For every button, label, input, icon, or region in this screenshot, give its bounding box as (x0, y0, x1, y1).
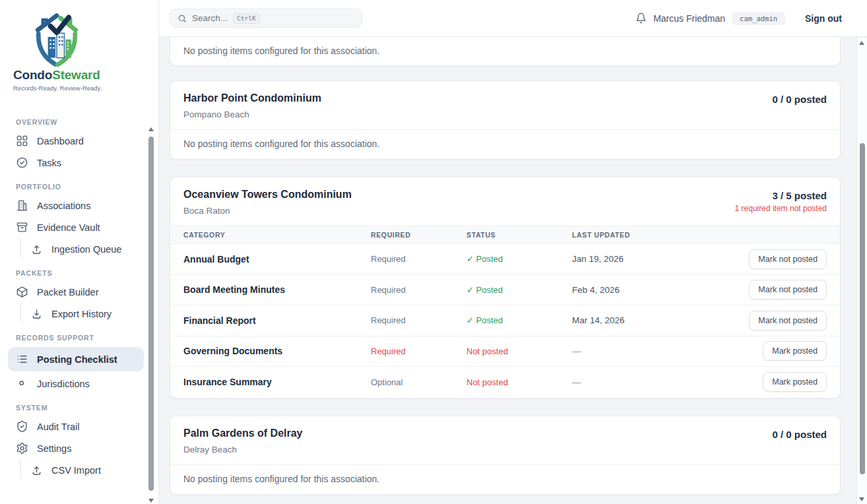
action-cell: Mark posted (730, 341, 827, 361)
brand-block: CondoSteward Records-Ready. Review-Ready… (0, 0, 158, 92)
sidebar-item-tasks[interactable]: Tasks (0, 152, 158, 173)
sidebar-item-evidence-vault[interactable]: Evidence Vault (0, 216, 158, 238)
upload-icon (30, 243, 43, 255)
app-root: CondoSteward Records-Ready. Review-Ready… (0, 0, 867, 504)
association-summary-block: 3 / 5 posted1 required item not posted (735, 187, 827, 213)
brand-tagline: Records-Ready. Review-Ready. (13, 84, 158, 92)
sidebar: CondoSteward Records-Ready. Review-Ready… (0, 0, 159, 504)
sidebar-item-label: Tasks (37, 158, 61, 168)
association-list: Harbor Point CondominiumPompano Beach0 /… (170, 80, 841, 495)
brand-name-secondary: Steward (52, 68, 100, 82)
association-city: Boca Raton (183, 205, 352, 217)
search-placeholder-text: Search... (192, 13, 228, 23)
checklist-row-board-meeting-minutes: Board Meeting MinutesRequired✓ PostedFeb… (170, 275, 840, 306)
required-flag: Optional (371, 377, 466, 387)
sidebar-scrollbar[interactable] (148, 127, 154, 503)
association-summary-block: 0 / 0 posted (772, 426, 827, 440)
checklist-row-governing-documents: Governing DocumentsRequiredNot posted—Ma… (170, 336, 840, 367)
action-cell: Mark not posted (730, 249, 827, 269)
mark-not-posted-button[interactable]: Mark not posted (749, 249, 827, 269)
main-scrollbar[interactable] (856, 38, 867, 504)
association-card-oceanview-towers-condominium: Oceanview Towers CondominiumBoca Raton3 … (170, 177, 841, 398)
partial-association-card: No posting items configured for this ass… (170, 37, 841, 66)
notifications-bell-icon[interactable] (635, 13, 647, 24)
sidebar-section-label: OVERVIEW (0, 109, 158, 130)
association-title-block: Oceanview Towers CondominiumBoca Raton (183, 187, 352, 217)
main-scrollbar-thumb[interactable] (860, 143, 865, 474)
scroll-down-arrow-icon[interactable] (859, 497, 864, 501)
shield-check-icon (16, 420, 28, 433)
mark-not-posted-button[interactable]: Mark not posted (749, 280, 827, 299)
association-name: Harbor Point Condominium (183, 91, 321, 106)
search-input[interactable]: Search... CtrlK (170, 9, 362, 28)
status-text: ✓ Posted (466, 254, 572, 264)
brand-name: CondoSteward (13, 68, 158, 82)
association-card-palm-gardens-of-delray: Palm Gardens of DelrayDelray Beach0 / 0 … (170, 416, 841, 495)
empty-message: No posting items configured for this ass… (170, 464, 840, 494)
posted-count: 3 / 5 posted (735, 190, 827, 201)
sidebar-item-dashboard[interactable]: Dashboard (0, 130, 158, 152)
sidebar-item-csv-import[interactable]: CSV Import (20, 459, 158, 481)
category-name: Financial Report (183, 315, 371, 326)
action-cell: Mark not posted (730, 280, 827, 299)
column-header: CATEGORY (183, 231, 371, 239)
scroll-up-arrow-icon[interactable] (148, 127, 154, 131)
checklist-icon (16, 353, 28, 365)
sidebar-item-export-history[interactable]: Export History (20, 303, 158, 325)
checklist-row-financial-report: Financial ReportRequired✓ PostedMar 14, … (170, 305, 840, 336)
category-name: Governing Documents (183, 346, 371, 356)
mark-not-posted-button[interactable]: Mark not posted (749, 311, 827, 331)
sidebar-item-settings[interactable]: Settings (0, 437, 158, 459)
sidebar-item-jurisdictions[interactable]: Jurisdictions (0, 373, 158, 394)
action-cell: Mark posted (730, 372, 827, 392)
upload-icon (30, 464, 43, 476)
condosteward-logo-icon (25, 9, 88, 67)
association-card-header: Harbor Point CondominiumPompano Beach0 /… (170, 81, 840, 129)
status-text: Not posted (466, 377, 572, 387)
required-flag: Required (371, 315, 466, 325)
status-text: Not posted (466, 346, 572, 356)
search-shortcut-kbd: CtrlK (233, 13, 260, 24)
association-name: Oceanview Towers Condominium (183, 187, 352, 202)
mark-posted-button[interactable]: Mark posted (763, 372, 827, 392)
association-summary-block: 0 / 0 posted (772, 91, 827, 105)
sidebar-item-label: CSV Import (51, 465, 101, 476)
sidebar-item-label: Settings (37, 443, 71, 454)
topbar-right: Marcus Friedman cam_admin Sign out (635, 12, 842, 25)
main-column: Search... CtrlK Marcus Friedman cam_admi… (159, 0, 867, 504)
sidebar-scrollbar-thumb[interactable] (148, 137, 154, 491)
tasks-check-circle-icon (16, 156, 28, 169)
download-icon (30, 307, 43, 320)
sidebar-item-posting-checklist[interactable]: Posting Checklist (8, 347, 144, 371)
column-header: LAST UPDATED (572, 231, 730, 239)
last-updated: — (572, 377, 730, 387)
posted-count: 0 / 0 posted (772, 429, 827, 440)
scroll-down-arrow-icon[interactable] (148, 499, 154, 503)
status-text: ✓ Posted (466, 315, 572, 325)
sidebar-item-label: Export History (51, 309, 112, 319)
sidebar-item-label: Evidence Vault (37, 222, 100, 233)
sidebar-item-ingestion-queue[interactable]: Ingestion Queue (20, 238, 158, 260)
checklist-row-insurance-summary: Insurance SummaryOptionalNot posted—Mark… (170, 367, 840, 398)
small-circle-icon (16, 377, 28, 390)
association-card-harbor-point-condominium: Harbor Point CondominiumPompano Beach0 /… (170, 80, 841, 160)
sidebar-nav: OVERVIEWDashboardTasksPORTFOLIOAssociati… (0, 92, 158, 481)
status-text: ✓ Posted (466, 285, 572, 295)
sidebar-item-associations[interactable]: Associations (0, 195, 158, 216)
mark-posted-button[interactable]: Mark posted (763, 341, 827, 361)
archive-box-icon (16, 221, 28, 234)
required-flag: Required (371, 254, 466, 264)
sidebar-section-label: RECORDS SUPPORT (0, 325, 158, 346)
association-name: Palm Gardens of Delray (183, 426, 303, 441)
column-header: REQUIRED (371, 231, 466, 239)
scroll-up-arrow-icon[interactable] (859, 41, 864, 45)
last-updated: — (572, 346, 730, 356)
category-name: Board Meeting Minutes (183, 284, 371, 295)
column-header: STATUS (466, 231, 572, 239)
association-card-header: Oceanview Towers CondominiumBoca Raton3 … (170, 177, 840, 226)
required-not-posted-warning: 1 required item not posted (735, 204, 827, 213)
sidebar-item-audit-trail[interactable]: Audit Trail (0, 416, 158, 437)
building-icon (16, 199, 28, 212)
sidebar-item-packet-builder[interactable]: Packet Builder (0, 281, 158, 303)
sign-out-button[interactable]: Sign out (805, 13, 842, 24)
